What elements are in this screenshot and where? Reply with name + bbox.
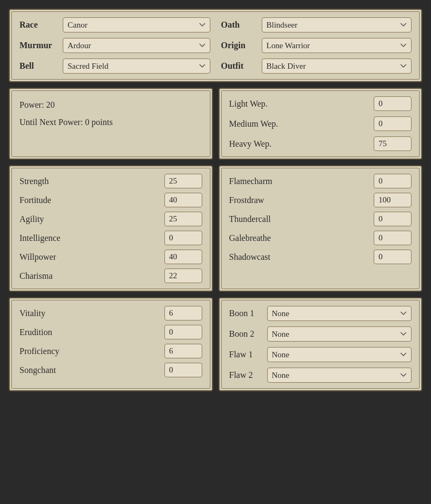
murmur-select[interactable]: Ardour xyxy=(63,38,210,53)
heavy-wep-input[interactable] xyxy=(374,136,412,151)
character-basics-panel: Race Canor Murmur Ardour Bell Sacred Fie… xyxy=(9,9,422,82)
flamecharm-label: Flamecharm xyxy=(229,176,273,186)
boon2-label: Boon 2 xyxy=(229,329,262,339)
magic-panel: Flamecharm Frostdraw Thundercall Galebre… xyxy=(218,165,423,292)
bell-row: Bell Sacred Field xyxy=(19,58,210,74)
galebreathe-label: Galebreathe xyxy=(229,233,271,243)
willpower-label: Willpower xyxy=(19,252,56,262)
intelligence-label: Intelligence xyxy=(19,233,61,243)
intelligence-input[interactable] xyxy=(164,231,202,245)
origin-row: Origin Lone Warrior xyxy=(221,38,412,53)
songchant-row: Songchant xyxy=(19,363,202,377)
thundercall-row: Thundercall xyxy=(229,212,412,226)
thundercall-input[interactable] xyxy=(374,212,412,226)
strength-input[interactable] xyxy=(164,174,202,188)
medium-wep-input[interactable] xyxy=(374,116,412,131)
race-label: Race xyxy=(19,20,57,30)
oath-row: Oath Blindseer xyxy=(221,17,412,32)
derived-panel: Vitality Erudition Proficiency Songchant xyxy=(9,297,213,391)
boon1-row: Boon 1 None xyxy=(229,306,412,321)
thundercall-label: Thundercall xyxy=(229,214,271,224)
fortitude-row: Fortitude xyxy=(19,193,202,207)
heavy-wep-label: Heavy Wep. xyxy=(229,139,271,149)
erudition-label: Erudition xyxy=(19,328,52,337)
flaw1-label: Flaw 1 xyxy=(229,350,262,359)
oath-select[interactable]: Blindseer xyxy=(262,17,412,32)
medium-wep-label: Medium Wep. xyxy=(229,119,279,129)
songchant-label: Songchant xyxy=(19,365,56,375)
light-wep-label: Light Wep. xyxy=(229,99,268,109)
willpower-input[interactable] xyxy=(164,250,202,264)
race-select[interactable]: Canor xyxy=(63,17,210,32)
flamecharm-row: Flamecharm xyxy=(229,174,412,188)
flaw1-select[interactable]: None xyxy=(267,347,412,362)
flaw1-row: Flaw 1 None xyxy=(229,347,412,362)
boons-flaws-panel: Boon 1 None Boon 2 None Flaw 1 None Flaw… xyxy=(218,297,423,391)
charisma-input[interactable] xyxy=(164,269,202,283)
boon2-row: Boon 2 None xyxy=(229,326,412,342)
shadowcast-label: Shadowcast xyxy=(229,252,270,262)
boon1-select[interactable]: None xyxy=(267,306,412,321)
proficiency-row: Proficiency xyxy=(19,344,202,358)
fortitude-label: Fortitude xyxy=(19,195,51,205)
vitality-input[interactable] xyxy=(164,306,202,320)
vitality-label: Vitality xyxy=(19,309,45,318)
left-basics: Race Canor Murmur Ardour Bell Sacred Fie… xyxy=(19,17,210,74)
outfit-row: Outfit Black Diver xyxy=(221,58,412,74)
charisma-label: Charisma xyxy=(19,271,52,281)
agility-row: Agility xyxy=(19,212,202,226)
oath-label: Oath xyxy=(221,20,256,30)
power-label: Power: 20 xyxy=(19,100,55,109)
flaw2-row: Flaw 2 None xyxy=(229,368,412,383)
galebreathe-input[interactable] xyxy=(374,231,412,245)
fourth-row: Vitality Erudition Proficiency Songchant… xyxy=(9,297,422,397)
frostdraw-input[interactable] xyxy=(374,193,412,207)
charisma-row: Charisma xyxy=(19,269,202,283)
outfit-label: Outfit xyxy=(221,61,256,71)
right-basics: Oath Blindseer Origin Lone Warrior Outfi… xyxy=(221,17,412,74)
next-power-display: Until Next Power: 0 points xyxy=(19,117,112,127)
vitality-row: Vitality xyxy=(19,306,202,320)
boon1-label: Boon 1 xyxy=(229,309,262,318)
medium-wep-row: Medium Wep. xyxy=(229,116,412,131)
light-wep-row: Light Wep. xyxy=(229,96,412,111)
flamecharm-input[interactable] xyxy=(374,174,412,188)
light-wep-input[interactable] xyxy=(374,96,412,111)
bell-label: Bell xyxy=(19,61,57,71)
murmur-label: Murmur xyxy=(19,41,57,50)
power-display: Power: 20 Until Next Power: 0 points xyxy=(19,96,202,131)
frostdraw-label: Frostdraw xyxy=(229,195,264,205)
willpower-row: Willpower xyxy=(19,250,202,264)
shadowcast-row: Shadowcast xyxy=(229,250,412,264)
flaw2-select[interactable]: None xyxy=(267,368,412,383)
strength-row: Strength xyxy=(19,174,202,188)
murmur-row: Murmur Ardour xyxy=(19,38,210,53)
race-row: Race Canor xyxy=(19,17,210,32)
third-row: Strength Fortitude Agility Intelligence … xyxy=(9,165,422,297)
songchant-input[interactable] xyxy=(164,363,202,377)
origin-select[interactable]: Lone Warrior xyxy=(262,38,412,53)
strength-label: Strength xyxy=(19,176,49,186)
stats-panel: Strength Fortitude Agility Intelligence … xyxy=(9,165,213,292)
intelligence-row: Intelligence xyxy=(19,231,202,245)
origin-label: Origin xyxy=(221,41,256,50)
proficiency-input[interactable] xyxy=(164,344,202,358)
erudition-input[interactable] xyxy=(164,325,202,339)
second-row: Power: 20 Until Next Power: 0 points Lig… xyxy=(9,88,422,165)
proficiency-label: Proficiency xyxy=(19,346,59,356)
bell-select[interactable]: Sacred Field xyxy=(63,58,210,74)
galebreathe-row: Galebreathe xyxy=(229,231,412,245)
erudition-row: Erudition xyxy=(19,325,202,339)
power-panel: Power: 20 Until Next Power: 0 points xyxy=(9,88,213,160)
agility-input[interactable] xyxy=(164,212,202,226)
boon2-select[interactable]: None xyxy=(267,326,412,342)
flaw2-label: Flaw 2 xyxy=(229,370,262,380)
outfit-select[interactable]: Black Diver xyxy=(262,58,412,74)
shadowcast-input[interactable] xyxy=(374,250,412,264)
fortitude-input[interactable] xyxy=(164,193,202,207)
agility-label: Agility xyxy=(19,214,44,224)
frostdraw-row: Frostdraw xyxy=(229,193,412,207)
weapons-panel: Light Wep. Medium Wep. Heavy Wep. xyxy=(218,88,423,160)
heavy-wep-row: Heavy Wep. xyxy=(229,136,412,151)
